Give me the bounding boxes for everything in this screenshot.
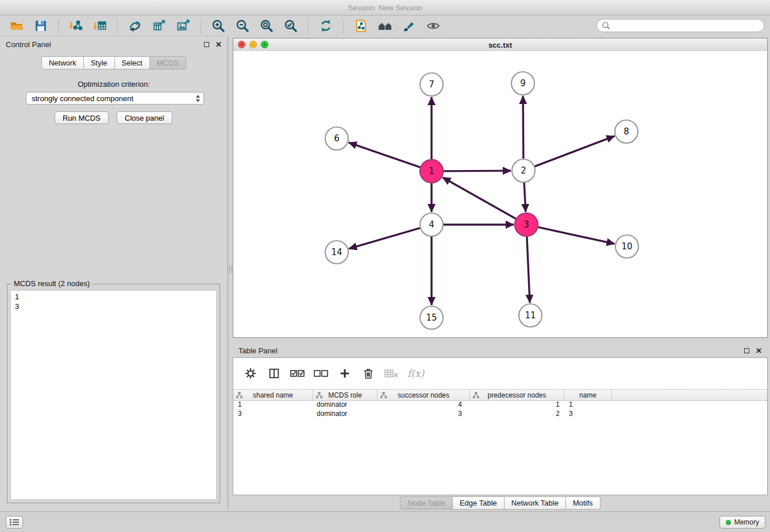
network-window-titlebar[interactable]: scc.txt: [233, 38, 767, 52]
column-label: shared name: [253, 391, 293, 399]
add-column-button[interactable]: [337, 365, 353, 381]
open-session-button[interactable]: [7, 17, 26, 35]
split-columns-button[interactable]: [266, 365, 282, 381]
graph-node-label: 1: [429, 166, 434, 176]
paint-style-button[interactable]: [400, 17, 418, 35]
cycle-arrows-button[interactable]: [126, 17, 144, 35]
tab-select[interactable]: Select: [114, 56, 150, 70]
function-builder-button[interactable]: f(x): [407, 365, 424, 381]
zoom-out-button[interactable]: [233, 17, 252, 35]
close-panel-icon[interactable]: [215, 41, 222, 48]
float-panel-icon[interactable]: [204, 42, 209, 47]
table-row[interactable]: 3 dominator 3 2 3: [233, 409, 767, 418]
eye-icon: [426, 18, 441, 33]
cell-successor-nodes: 4: [378, 400, 470, 408]
column-label: successor nodes: [398, 391, 449, 399]
window-titlebar[interactable]: Session: New Session: [0, 0, 770, 16]
deselect-all-columns-button[interactable]: [313, 365, 329, 381]
home-button[interactable]: [376, 17, 394, 35]
delete-column-button[interactable]: [360, 365, 376, 381]
panel-splitter[interactable]: [228, 36, 233, 509]
tab-network-table[interactable]: Network Table: [504, 496, 566, 510]
zoom-in-button[interactable]: [209, 17, 228, 35]
graph-node-label: 6: [334, 133, 340, 144]
table-panel: Table Panel f(x) shared name MCDS role s…: [233, 342, 768, 509]
optimization-criterion-select[interactable]: strongly connected component: [26, 92, 204, 105]
chevron-up-down-icon: [195, 94, 201, 105]
graph-edge-2-8[interactable]: [535, 136, 615, 167]
network-window-title: scc.txt: [488, 41, 512, 49]
graph-edge-1-2[interactable]: [444, 171, 511, 171]
cell-successor-nodes: 3: [378, 410, 470, 418]
memory-label: Memory: [734, 518, 759, 526]
list-menu-icon: [10, 519, 19, 526]
column-header-mcds-role[interactable]: MCDS role: [313, 390, 378, 400]
save-session-button[interactable]: [32, 17, 50, 35]
column-type-icon: [316, 392, 322, 399]
application-window: Session: New Session Control Panel: [0, 0, 770, 532]
zoom-fit-icon: [259, 18, 274, 33]
tab-network[interactable]: Network: [41, 56, 84, 70]
paintbrush-icon: [402, 18, 417, 33]
zoom-selected-button[interactable]: [282, 17, 300, 35]
toolbar-separator: [308, 18, 309, 33]
tab-motifs[interactable]: Motifs: [565, 496, 600, 510]
zoom-selected-icon: [283, 18, 298, 33]
column-label: name: [579, 391, 596, 399]
column-header-name[interactable]: name: [564, 390, 612, 400]
search-input[interactable]: [610, 19, 764, 32]
table-toolbar: f(x): [233, 358, 767, 389]
minimize-window-icon[interactable]: [249, 41, 257, 48]
export-image-button[interactable]: [174, 17, 192, 35]
table-header-row: shared name MCDS role successor nodes pr…: [233, 389, 767, 401]
graph-edge-3-1[interactable]: [442, 178, 516, 219]
export-network-icon: [152, 18, 167, 33]
tab-edge-table[interactable]: Edge Table: [452, 496, 505, 510]
graph-node-label: 7: [429, 79, 434, 90]
graph-edge-3-10[interactable]: [538, 227, 615, 244]
tab-mcds[interactable]: MCDS: [149, 56, 186, 70]
import-network-button[interactable]: [67, 17, 85, 35]
memory-button[interactable]: Memory: [719, 516, 765, 529]
copy-network-button[interactable]: [352, 17, 370, 35]
table-row[interactable]: 1 dominator 4 1 1: [233, 400, 767, 409]
export-network-button[interactable]: [150, 17, 168, 35]
search-box[interactable]: [596, 19, 764, 32]
zoom-fit-button[interactable]: [257, 17, 276, 35]
graph-edge-2-3[interactable]: [524, 183, 526, 212]
close-table-panel-icon[interactable]: [756, 347, 762, 354]
control-panel-header: Control Panel: [0, 36, 228, 52]
graph-edge-4-14[interactable]: [349, 228, 420, 249]
optimization-criterion-label: Optimization criterion:: [0, 80, 228, 88]
network-graph[interactable]: 7968124314101511: [233, 51, 767, 337]
select-all-columns-button[interactable]: [290, 365, 306, 381]
zoom-window-icon[interactable]: [261, 41, 268, 48]
column-header-predecessor-nodes[interactable]: predecessor nodes: [470, 390, 564, 400]
mcds-result-line: 3: [15, 302, 212, 311]
trash-icon: [362, 367, 375, 380]
task-history-button[interactable]: [6, 516, 23, 529]
graph-node-label: 4: [429, 219, 434, 230]
delete-table-button[interactable]: [384, 365, 400, 381]
graph-edge-3-11[interactable]: [527, 237, 530, 303]
graph-edge-2-9[interactable]: [523, 96, 523, 159]
close-window-icon[interactable]: [238, 41, 245, 48]
close-panel-button[interactable]: Close panel: [117, 111, 172, 124]
run-mcds-button[interactable]: Run MCDS: [55, 111, 109, 124]
search-icon: [602, 21, 610, 30]
graph-edge-1-6[interactable]: [349, 142, 420, 167]
refresh-layout-button[interactable]: [317, 17, 335, 35]
column-type-icon: [473, 392, 479, 399]
mcds-result-list[interactable]: 1 3: [10, 290, 217, 500]
network-canvas[interactable]: 7968124314101511: [233, 51, 767, 337]
table-settings-button[interactable]: [242, 365, 259, 381]
toolbar-separator: [117, 18, 118, 33]
column-header-shared-name[interactable]: shared name: [233, 390, 313, 400]
column-header-successor-nodes[interactable]: successor nodes: [378, 390, 470, 400]
float-table-panel-icon[interactable]: [744, 348, 749, 353]
tab-style[interactable]: Style: [83, 56, 115, 70]
eye-button[interactable]: [424, 17, 442, 35]
graph-node-label: 2: [521, 165, 526, 176]
tab-node-table[interactable]: Node Table: [400, 496, 453, 510]
import-table-button[interactable]: [91, 17, 109, 35]
